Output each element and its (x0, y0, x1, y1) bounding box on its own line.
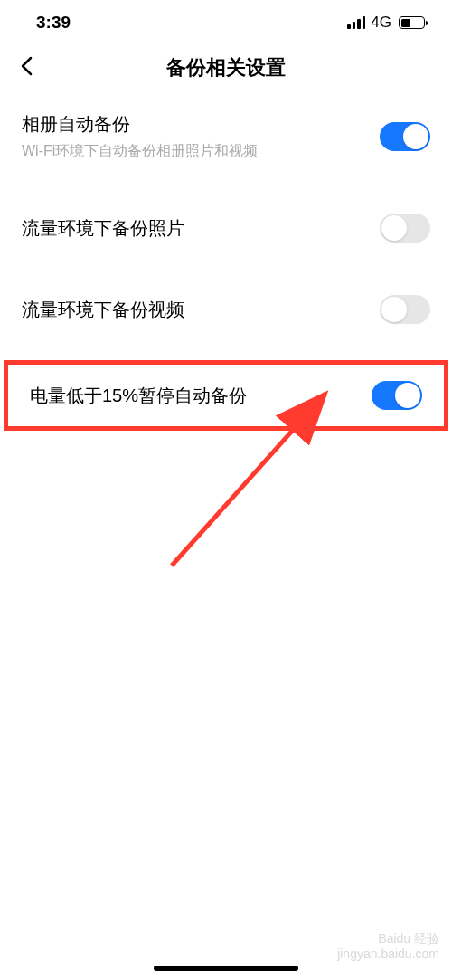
toggle-low-battery[interactable] (372, 381, 422, 410)
highlight-annotation: 电量低于15%暂停自动备份 (4, 360, 448, 431)
battery-icon (399, 16, 425, 29)
home-indicator[interactable] (154, 966, 298, 971)
toggle-cellular-photo[interactable] (380, 214, 430, 243)
chevron-left-icon (20, 56, 33, 76)
signal-icon (347, 16, 365, 29)
setting-title: 流量环境下备份照片 (22, 216, 184, 241)
status-right: 4G (347, 14, 425, 32)
back-button[interactable] (20, 56, 33, 80)
setting-cellular-photo[interactable]: 流量环境下备份照片 (0, 197, 452, 259)
setting-title: 相册自动备份 (22, 112, 258, 137)
setting-text: 流量环境下备份视频 (22, 298, 184, 322)
page-title: 备份相关设置 (18, 54, 434, 81)
network-label: 4G (371, 14, 391, 32)
status-time: 3:39 (36, 13, 71, 33)
watermark: Baidu 经验 jingyan.baidu.com (337, 931, 439, 962)
watermark-line1: Baidu 经验 (337, 931, 439, 947)
setting-low-battery[interactable]: 电量低于15%暂停自动备份 (8, 365, 444, 426)
setting-text: 流量环境下备份照片 (22, 216, 184, 241)
setting-text: 电量低于15%暂停自动备份 (30, 384, 247, 408)
setting-subtitle: Wi-Fi环境下自动备份相册照片和视频 (22, 142, 258, 161)
toggle-auto-backup[interactable] (380, 122, 430, 151)
setting-cellular-video[interactable]: 流量环境下备份视频 (0, 279, 452, 340)
setting-title: 流量环境下备份视频 (22, 298, 184, 322)
setting-title: 电量低于15%暂停自动备份 (30, 384, 247, 408)
setting-auto-backup[interactable]: 相册自动备份 Wi-Fi环境下自动备份相册照片和视频 (0, 96, 452, 177)
status-bar: 3:39 4G (0, 0, 452, 42)
toggle-cellular-video[interactable] (380, 295, 430, 324)
setting-text: 相册自动备份 Wi-Fi环境下自动备份相册照片和视频 (22, 112, 258, 161)
nav-bar: 备份相关设置 (0, 42, 452, 96)
watermark-line2: jingyan.baidu.com (337, 947, 439, 962)
